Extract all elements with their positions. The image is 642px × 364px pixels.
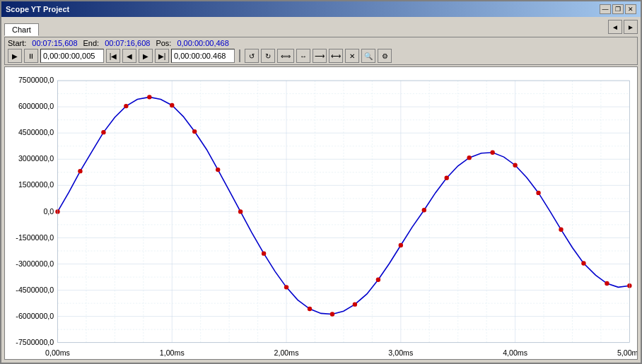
time-input-2[interactable]: [171, 49, 235, 63]
tab-chart[interactable]: Chart: [4, 23, 39, 36]
svg-text:0,0: 0,0: [43, 207, 54, 216]
play-button[interactable]: ▶: [8, 49, 22, 63]
svg-point-44: [78, 169, 82, 173]
svg-text:1500000,0: 1500000,0: [18, 181, 54, 189]
zoom-x-button[interactable]: ⟶: [313, 49, 327, 63]
svg-text:-6000000,0: -6000000,0: [16, 312, 54, 320]
svg-point-47: [147, 95, 151, 99]
end-value: 00:07:16,608: [105, 39, 150, 47]
svg-point-48: [170, 103, 174, 107]
zoom-y-button[interactable]: ⟷: [329, 49, 343, 63]
svg-point-53: [284, 285, 288, 289]
tab-bar: Chart: [4, 23, 39, 35]
toolbar: Start: 00:07:15,608 End: 00:07:16,608 Po…: [4, 37, 638, 65]
content-area: Chart ◄ ► Start: 00:07:15,608 End: 00:07…: [1, 17, 641, 363]
svg-text:-4500000,0: -4500000,0: [16, 286, 54, 294]
svg-point-50: [216, 168, 220, 172]
svg-text:5,00ms: 5,00ms: [617, 348, 637, 357]
svg-point-54: [308, 307, 312, 311]
svg-text:2,00ms: 2,00ms: [274, 348, 299, 357]
svg-text:6000000,0: 6000000,0: [18, 102, 54, 110]
svg-point-60: [445, 176, 449, 180]
svg-point-63: [513, 163, 517, 168]
svg-point-49: [192, 129, 197, 134]
title-bar: Scope YT Project — ❐ ✕: [1, 1, 641, 17]
svg-text:-1500000,0: -1500000,0: [16, 233, 54, 242]
svg-rect-0: [5, 67, 637, 359]
pause-button[interactable]: ⏸: [24, 49, 38, 63]
svg-text:3,00ms: 3,00ms: [388, 348, 413, 357]
minimize-button[interactable]: —: [600, 4, 611, 14]
svg-point-59: [422, 208, 426, 212]
svg-point-61: [467, 155, 471, 160]
step-begin-button[interactable]: |◀: [106, 49, 120, 63]
svg-point-65: [559, 228, 563, 232]
step-back-button[interactable]: ◀: [122, 49, 136, 63]
svg-text:-3000000,0: -3000000,0: [16, 259, 54, 268]
svg-point-56: [353, 303, 357, 307]
close-button[interactable]: ✕: [625, 4, 636, 14]
window-title: Scope YT Project: [6, 5, 69, 13]
nav-right-button[interactable]: ►: [624, 20, 638, 34]
svg-text:3000000,0: 3000000,0: [18, 154, 54, 163]
zoom-in-button[interactable]: ↔: [296, 49, 310, 63]
start-value: 00:07:15,608: [32, 39, 77, 47]
step-end-button[interactable]: ▶|: [155, 49, 169, 63]
svg-text:7500000,0: 7500000,0: [18, 76, 54, 84]
svg-text:1,00ms: 1,00ms: [160, 348, 185, 357]
svg-point-46: [124, 104, 128, 108]
svg-point-51: [238, 209, 243, 213]
svg-point-66: [581, 261, 585, 265]
controls-row: ▶ ⏸ |◀ ◀ ▶ ▶| ↺ ↻ ⟺ ↔ ⟶ ⟷ ✕ 🔍 ⚙: [8, 49, 634, 63]
nav-left-button[interactable]: ◄: [608, 20, 622, 34]
refresh2-button[interactable]: ↻: [261, 49, 275, 63]
svg-point-64: [536, 191, 540, 195]
start-label: Start:: [8, 39, 26, 47]
step-play-button[interactable]: ▶: [139, 49, 153, 63]
magnify-button[interactable]: 🔍: [361, 49, 375, 63]
svg-text:-7500000,0: -7500000,0: [16, 338, 54, 346]
svg-point-57: [376, 278, 380, 282]
cross-button[interactable]: ✕: [345, 49, 359, 63]
svg-text:4500000,0: 4500000,0: [18, 128, 54, 136]
settings-button[interactable]: ⚙: [378, 49, 392, 63]
svg-point-67: [605, 281, 609, 286]
svg-point-45: [101, 130, 105, 134]
chart-area: 7500000,0 6000000,0 4500000,0 3000000,0 …: [4, 66, 638, 360]
restore-button[interactable]: ❐: [612, 4, 624, 14]
separator-1: [239, 49, 240, 62]
zoom-fit-button[interactable]: ⟺: [277, 49, 294, 63]
svg-point-52: [262, 252, 266, 256]
refresh-button[interactable]: ↺: [245, 49, 259, 63]
end-label: End:: [83, 39, 100, 47]
svg-point-55: [330, 312, 334, 316]
info-row: Start: 00:07:15,608 End: 00:07:16,608 Po…: [8, 39, 634, 47]
chart-svg: 7500000,0 6000000,0 4500000,0 3000000,0 …: [5, 67, 637, 359]
main-window: Scope YT Project — ❐ ✕ Chart ◄ ► Start:: [0, 0, 642, 364]
svg-text:0,00ms: 0,00ms: [45, 348, 70, 357]
time-input-1[interactable]: [40, 49, 104, 63]
title-controls: — ❐ ✕: [600, 4, 636, 14]
svg-text:4,00ms: 4,00ms: [503, 348, 527, 357]
pos-value: 0,00:00:00,468: [177, 39, 228, 47]
svg-point-58: [399, 243, 403, 247]
svg-point-62: [490, 151, 494, 155]
pos-label: Pos:: [156, 39, 171, 47]
